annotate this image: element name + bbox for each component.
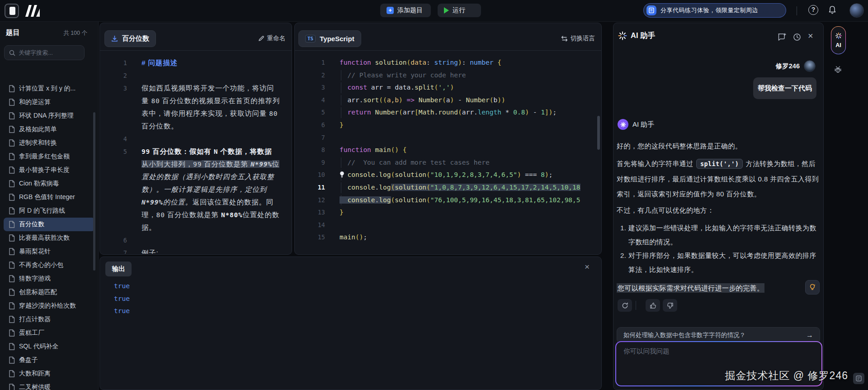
ai-chat-input[interactable] xyxy=(623,347,804,355)
switch-language-button[interactable]: 切换语言 xyxy=(561,34,595,43)
sidebar-item[interactable]: 最小替换子串长度 xyxy=(4,163,95,177)
sidebar-item[interactable]: 进制求和转换 xyxy=(4,136,95,150)
ai-closing-line: 您可以根据实际需求对代码进行进一步的完善。 xyxy=(617,283,821,294)
document-icon xyxy=(9,221,15,228)
document-icon xyxy=(9,370,15,377)
notification-bell-icon[interactable] xyxy=(827,5,837,15)
code-line: 15main(); xyxy=(295,231,601,244)
download-icon xyxy=(111,35,118,42)
sidebar-item-label: 打点计数器 xyxy=(19,315,51,323)
promo-banner[interactable]: 分享代码练习体验，领限量定制周边 xyxy=(643,3,786,18)
description-row: 3假如西瓜视频即将开发一个功能，将访问 xyxy=(100,82,292,95)
new-chat-icon[interactable] xyxy=(777,33,786,42)
debug-bug-icon[interactable] xyxy=(834,65,842,74)
sidebar-item[interactable]: 猜数字游戏 xyxy=(4,272,95,285)
ai-avatar-icon xyxy=(618,119,628,130)
close-ai-panel-icon[interactable]: × xyxy=(808,31,813,41)
rename-button[interactable]: 重命名 xyxy=(258,34,286,43)
sidebar-item-label: 不再贪心的小包 xyxy=(19,261,63,269)
sidebar-item[interactable]: 二叉树供暖 xyxy=(4,380,95,390)
code-line: 4 arr.sort((a,b) => Number(a) - Number(b… xyxy=(295,94,601,107)
line-number: 1 xyxy=(100,57,127,69)
description-row: 表中，请你用程序来实现，获取访问量 80 xyxy=(100,107,292,120)
ai-suggestion-list: 建议添加一些错误处理，比如输入的字符串无法正确转换为数字数组的情况。对于排序部分… xyxy=(617,221,818,276)
document-icon xyxy=(9,302,15,309)
editor-scrollbar[interactable] xyxy=(597,116,600,150)
sidebar-item-label: 创意标题匹配 xyxy=(19,288,57,296)
document-icon xyxy=(9,126,15,133)
ai-rail-label: AI xyxy=(835,42,841,48)
sidebar-item-label: Cion 勒索病毒 xyxy=(19,180,59,188)
sidebar-item[interactable]: Cion 勒索病毒 xyxy=(4,177,95,190)
pencil-icon xyxy=(258,35,264,42)
language-tab[interactable]: TS TypeScript xyxy=(298,30,361,47)
thumbs-up-button[interactable] xyxy=(646,299,660,312)
sidebar-item[interactable]: 暴雨梨花针 xyxy=(4,245,95,258)
line-number: 6 xyxy=(295,119,325,132)
sidebar-item[interactable]: 和的逆运算 xyxy=(4,95,95,109)
document-icon xyxy=(9,153,15,160)
sidebar-item[interactable]: 及格如此简单 xyxy=(4,123,95,136)
sidebar-toggle-icon[interactable] xyxy=(5,4,19,18)
sidebar-item-label: 暴雨梨花针 xyxy=(19,247,51,256)
sidebar-item-selected[interactable]: 百分位数 xyxy=(4,218,95,231)
language-name: TypeScript xyxy=(320,35,354,43)
ai-list-item: 建议添加一些错误处理，比如输入的字符串无法正确转换为数字数组的情况。 xyxy=(628,221,818,249)
sidebar-item[interactable]: 创意标题匹配 xyxy=(4,285,95,299)
sidebar-item[interactable]: 拿到最多红包金额 xyxy=(4,150,95,163)
problem-title-tab[interactable]: 百分位数 xyxy=(104,30,156,47)
document-icon xyxy=(9,85,15,92)
output-tab[interactable]: 输出 xyxy=(105,262,132,276)
close-output-icon[interactable]: × xyxy=(585,262,590,271)
sidebar-item[interactable]: 比赛最高获胜次数 xyxy=(4,231,95,245)
sidebar-item[interactable]: 阿 D 的飞行路线 xyxy=(4,204,95,218)
line-number: 4 xyxy=(100,133,127,145)
sidebar-item-label: 百分位数 xyxy=(19,220,44,228)
watermark-badge-icon xyxy=(853,373,864,384)
sidebar-item[interactable]: 大数和距离 xyxy=(4,367,95,380)
sidebar-item[interactable]: SQL 代码补全 xyxy=(4,340,95,353)
description-row: 量 80 百分位数的视频显示在首页的推荐列 xyxy=(100,95,292,107)
code-line: 8function main() { xyxy=(295,144,601,157)
sidebar-item[interactable]: 打点计数器 xyxy=(4,313,95,326)
sidebar-item[interactable]: 计算位置 x 到 y 的... xyxy=(4,82,95,95)
add-problem-label: 添加题目 xyxy=(397,6,423,14)
user-message-bubble: 帮我检查一下代码 xyxy=(753,77,816,99)
document-icon xyxy=(9,194,15,201)
line-number: 3 xyxy=(100,82,127,95)
sidebar-item[interactable]: 穿越沙漠的补给次数 xyxy=(4,299,95,313)
code-line: 13} xyxy=(295,206,601,219)
description-row: 据。 xyxy=(100,221,292,234)
app-logo-icon[interactable] xyxy=(24,5,41,17)
run-label: 运行 xyxy=(453,6,465,14)
thumbs-down-button[interactable] xyxy=(663,299,677,312)
sidebar-scrollbar[interactable] xyxy=(93,112,95,271)
document-icon xyxy=(9,275,15,282)
document-icon xyxy=(9,316,15,323)
sidebar-item-label: 蛋糕工厂 xyxy=(19,329,44,337)
problem-description-content[interactable]: 1# 问题描述23假如西瓜视频即将开发一个功能，将访问量 80 百分位数的视频显… xyxy=(100,51,292,254)
run-button[interactable]: 运行 xyxy=(438,4,481,17)
sidebar-item-label: 猜数字游戏 xyxy=(19,275,51,283)
switch-language-label: 切换语言 xyxy=(571,34,595,43)
sidebar-item-label: 最小替换子串长度 xyxy=(19,166,70,174)
history-icon[interactable] xyxy=(793,33,802,42)
sidebar-item[interactable]: 环状 DNA 序列整理 xyxy=(4,109,95,123)
document-icon xyxy=(9,384,15,390)
code-editor-content[interactable]: 1function solution(data: string): number… xyxy=(295,51,601,254)
search-input[interactable] xyxy=(19,49,77,56)
insight-lightbulb-button[interactable] xyxy=(805,280,820,295)
sidebar-item[interactable]: RGB 色值转 Integer xyxy=(4,190,95,204)
line-number: 10 xyxy=(295,169,325,181)
user-avatar[interactable] xyxy=(849,3,864,18)
add-problem-button[interactable]: + 添加题目 xyxy=(380,4,431,17)
sidebar-item[interactable]: 蛋糕工厂 xyxy=(4,326,95,340)
ai-list-item: 对于排序部分，如果数据量较大，可以考虑使用更高效的排序算法，比如快速排序。 xyxy=(628,249,818,276)
regenerate-button[interactable] xyxy=(618,299,632,312)
ai-sidebar-toggle-button[interactable]: AI xyxy=(831,26,846,54)
help-icon[interactable]: ? xyxy=(808,5,818,15)
sidebar-item[interactable]: 叠盘子 xyxy=(4,353,95,367)
search-box[interactable] xyxy=(4,45,85,60)
line-number: 4 xyxy=(295,94,325,107)
sidebar-item[interactable]: 不再贪心的小包 xyxy=(4,258,95,272)
